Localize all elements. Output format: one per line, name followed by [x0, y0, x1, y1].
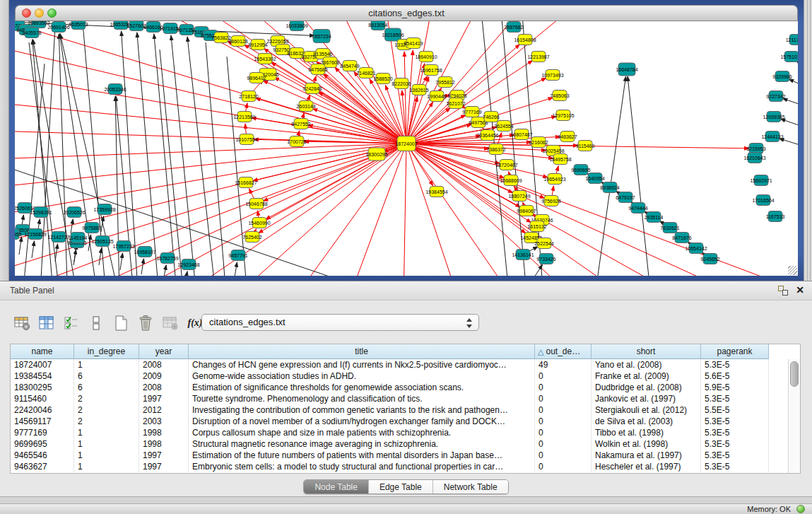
network-node[interactable]: 18300295 — [365, 148, 387, 160]
network-node[interactable]: 16210643 — [743, 153, 765, 163]
network-node[interactable]: 746266 — [483, 112, 499, 122]
network-node[interactable]: 15751074 — [780, 52, 798, 62]
network-node[interactable]: 7563822 — [211, 33, 230, 43]
network-node[interactable]: 9777169 — [462, 107, 481, 117]
network-node[interactable]: 8471676 — [672, 233, 691, 243]
table-row[interactable]: 2242004622012Investigating the contribut… — [11, 404, 800, 416]
network-node[interactable]: 16033809 — [286, 21, 307, 31]
network-node[interactable]: 9896412 — [247, 73, 266, 83]
network-node[interactable]: 7632621 — [660, 223, 679, 233]
table-row[interactable]: 946554611997Estimation of the future num… — [11, 450, 800, 461]
network-node[interactable]: 9733426 — [536, 254, 555, 264]
network-node[interactable]: 12505135 — [91, 236, 113, 247]
table-row[interactable]: 946362711997Embryonic stem cells: a mode… — [11, 461, 800, 472]
column-header-out_de[interactable]: △out_de… — [535, 344, 592, 359]
network-node[interactable]: 2522544 — [534, 238, 553, 249]
network-node[interactable]: 8427552 — [291, 119, 310, 129]
network-node[interactable]: 8860128 — [228, 36, 247, 47]
network-node[interactable]: 18724007 — [395, 136, 417, 151]
network-node[interactable]: 16648784 — [616, 63, 637, 76]
tab-network-table[interactable]: Network Table — [433, 480, 508, 493]
table-row[interactable]: 1830029562008Estimation of significance … — [11, 382, 800, 393]
network-node[interactable]: 8635013 — [69, 21, 88, 30]
network-node[interactable]: 20691406 — [47, 22, 69, 33]
network-node[interactable]: 1145194 — [69, 233, 88, 243]
close-panel-icon[interactable]: ✕ — [796, 284, 804, 296]
network-node[interactable]: 9405578 — [22, 28, 41, 38]
table-row[interactable]: 969969511998Structural magnetic resonanc… — [11, 438, 800, 450]
network-node[interactable]: 10654142 — [685, 243, 707, 254]
network-node[interactable]: 9671358 — [177, 25, 196, 35]
table-mode-icon[interactable] — [13, 314, 31, 332]
table-row[interactable]: 1938455462009Genome-wide association stu… — [11, 370, 800, 382]
network-node[interactable]: 9463627 — [558, 132, 577, 142]
show-columns-icon[interactable] — [37, 314, 56, 332]
network-node[interactable]: 12975105 — [552, 110, 574, 121]
close-button[interactable] — [22, 8, 31, 18]
network-node[interactable]: 9984067 — [517, 206, 536, 216]
network-node[interactable]: 2935114 — [645, 212, 664, 223]
network-node[interactable]: 25260610 — [15, 203, 36, 214]
network-node[interactable]: 9466160 — [143, 22, 163, 33]
network-node[interactable]: 8541419 — [404, 38, 423, 49]
network-node[interactable]: 8454749 — [340, 61, 359, 71]
network-node[interactable]: 1615132 — [527, 221, 546, 232]
network-node[interactable]: 7857234 — [312, 30, 331, 43]
network-node[interactable]: 1621072 — [446, 98, 465, 109]
network-node[interactable]: 9242848 — [302, 83, 322, 94]
network-node[interactable]: 12444133 — [761, 132, 783, 142]
network-node[interactable]: 17957233 — [112, 241, 134, 252]
tab-edge-table[interactable]: Edge Table — [368, 480, 433, 493]
column-header-name[interactable]: name — [11, 344, 74, 359]
network-node[interactable]: 20053346 — [104, 84, 126, 95]
column-header-title[interactable]: title — [189, 344, 535, 359]
network-node[interactable]: 15460990 — [248, 218, 270, 228]
network-node[interactable]: 3624554 — [494, 121, 513, 132]
memory-status-icon[interactable] — [796, 505, 805, 513]
network-node[interactable]: 17016504 — [752, 195, 774, 206]
zoom-button[interactable] — [47, 8, 57, 18]
network-node[interactable]: 1700726 — [287, 136, 306, 147]
network-node[interactable]: 9975887 — [82, 223, 101, 233]
network-node[interactable]: 9756928 — [541, 196, 560, 206]
network-node[interactable]: 20206526 — [63, 207, 85, 218]
network-node[interactable]: 19654923 — [543, 174, 565, 185]
network-canvas[interactable]: 1687220194813682089350294055782069140686… — [15, 21, 798, 276]
network-node[interactable]: 1640954 — [585, 173, 604, 184]
network-node[interactable]: 8222036 — [392, 78, 411, 89]
row-options-icon[interactable] — [87, 314, 105, 332]
network-node[interactable]: 16782759 — [156, 253, 178, 264]
network-node[interactable]: 18640910 — [415, 52, 437, 62]
new-table-icon[interactable] — [112, 314, 130, 332]
network-node[interactable]: 7625402 — [242, 232, 261, 243]
network-node[interactable]: 12213987 — [527, 52, 549, 62]
network-node[interactable]: 12213589 — [233, 112, 255, 122]
network-node[interactable]: 17359928 — [93, 204, 115, 215]
network-node[interactable]: 9227342 — [766, 91, 785, 102]
network-node[interactable]: 10719155 — [159, 23, 181, 34]
column-header-pagerank[interactable]: pagerank — [701, 344, 769, 359]
network-node[interactable]: 1167533 — [766, 211, 785, 222]
table-row[interactable]: 1456911722003Disruption of a novel membe… — [11, 416, 800, 427]
tab-node-table[interactable]: Node Table — [304, 480, 368, 493]
network-node[interactable]: 19384554 — [425, 187, 447, 197]
float-window-icon[interactable] — [778, 286, 788, 296]
network-node[interactable]: 2603144 — [296, 101, 315, 112]
network-node[interactable]: 2887682 — [504, 22, 523, 33]
network-node[interactable]: 15046788 — [245, 199, 267, 209]
delete-icon[interactable] — [136, 314, 155, 332]
vertical-scrollbar[interactable] — [788, 359, 800, 473]
table-row[interactable]: 1872400712008Changes of HCN gene express… — [11, 359, 800, 370]
network-node[interactable]: 6216062 — [529, 137, 548, 148]
network-node[interactable]: 8938924 — [600, 182, 619, 193]
network-node[interactable]: 8912954 — [248, 40, 267, 50]
table-row[interactable]: 977716911998Corpus callosum shape and si… — [11, 427, 800, 438]
network-node[interactable]: 7955812 — [435, 77, 454, 88]
network-node[interactable]: 9245652 — [700, 254, 719, 264]
network-node[interactable]: 12117904 — [786, 35, 798, 45]
network-node[interactable]: 5475685 — [308, 64, 327, 75]
network-node[interactable]: 6479197 — [616, 192, 635, 203]
network-node[interactable]: 20364456 — [476, 130, 498, 141]
network-window-titlebar[interactable]: citations_edges.txt — [15, 5, 798, 21]
table-row[interactable]: 911546021997Tourette syndrome. Phenomeno… — [11, 393, 800, 404]
